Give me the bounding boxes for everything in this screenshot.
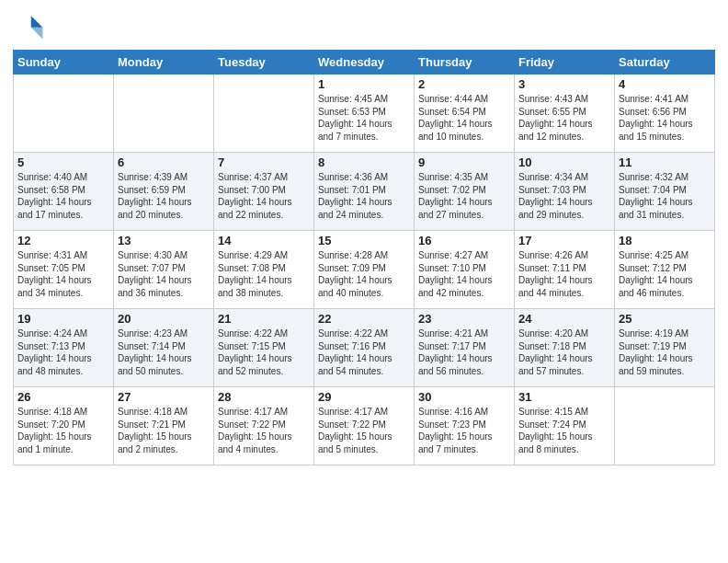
cell-info: Sunrise: 4:37 AM Sunset: 7:00 PM Dayligh…: [218, 171, 310, 221]
day-number: 19: [17, 312, 109, 326]
cell-info: Sunrise: 4:39 AM Sunset: 6:59 PM Dayligh…: [118, 171, 210, 221]
day-number: 13: [118, 234, 210, 247]
cell-info: Sunrise: 4:16 AM Sunset: 7:23 PM Dayligh…: [418, 406, 510, 455]
page: SundayMondayTuesdayWednesdayThursdayFrid…: [0, 0, 728, 563]
calendar-cell: 20Sunrise: 4:23 AM Sunset: 7:14 PM Dayli…: [114, 309, 214, 387]
weekday-header: Tuesday: [214, 51, 314, 75]
calendar-week-row: 1Sunrise: 4:45 AM Sunset: 6:53 PM Daylig…: [14, 75, 715, 153]
day-number: 24: [518, 312, 610, 326]
calendar-cell: 13Sunrise: 4:30 AM Sunset: 7:07 PM Dayli…: [114, 231, 214, 309]
calendar-week-row: 12Sunrise: 4:31 AM Sunset: 7:05 PM Dayli…: [14, 231, 715, 309]
cell-info: Sunrise: 4:32 AM Sunset: 7:04 PM Dayligh…: [619, 171, 711, 221]
day-number: 29: [318, 390, 410, 404]
day-number: 2: [418, 77, 510, 91]
day-number: 27: [118, 390, 210, 404]
weekday-header: Sunday: [14, 51, 114, 75]
cell-info: Sunrise: 4:26 AM Sunset: 7:11 PM Dayligh…: [518, 249, 610, 299]
day-number: 30: [418, 390, 510, 404]
day-number: 17: [518, 234, 610, 247]
calendar-cell: 18Sunrise: 4:25 AM Sunset: 7:12 PM Dayli…: [615, 231, 715, 309]
weekday-header: Saturday: [615, 51, 715, 75]
cell-info: Sunrise: 4:18 AM Sunset: 7:21 PM Dayligh…: [118, 406, 210, 455]
day-number: 3: [518, 77, 610, 91]
calendar-week-row: 19Sunrise: 4:24 AM Sunset: 7:13 PM Dayli…: [14, 309, 715, 387]
cell-info: Sunrise: 4:17 AM Sunset: 7:22 PM Dayligh…: [318, 406, 410, 455]
calendar-cell: 16Sunrise: 4:27 AM Sunset: 7:10 PM Dayli…: [415, 231, 515, 309]
day-number: 15: [318, 234, 410, 247]
calendar-week-row: 26Sunrise: 4:18 AM Sunset: 7:20 PM Dayli…: [14, 387, 715, 465]
day-number: 21: [218, 312, 310, 326]
cell-info: Sunrise: 4:40 AM Sunset: 6:58 PM Dayligh…: [17, 171, 109, 221]
calendar-table: SundayMondayTuesdayWednesdayThursdayFrid…: [13, 50, 715, 465]
day-number: 5: [17, 155, 109, 169]
calendar-cell: [114, 75, 214, 153]
calendar-week-row: 5Sunrise: 4:40 AM Sunset: 6:58 PM Daylig…: [14, 153, 715, 231]
day-number: 16: [418, 234, 510, 247]
day-number: 7: [218, 155, 310, 169]
cell-info: Sunrise: 4:35 AM Sunset: 7:02 PM Dayligh…: [418, 171, 510, 221]
weekday-header: Thursday: [415, 51, 515, 75]
cell-info: Sunrise: 4:23 AM Sunset: 7:14 PM Dayligh…: [118, 327, 210, 377]
day-number: 14: [218, 234, 310, 247]
calendar-cell: 6Sunrise: 4:39 AM Sunset: 6:59 PM Daylig…: [114, 153, 214, 231]
calendar-cell: 3Sunrise: 4:43 AM Sunset: 6:55 PM Daylig…: [515, 75, 615, 153]
cell-info: Sunrise: 4:29 AM Sunset: 7:08 PM Dayligh…: [218, 249, 310, 299]
calendar-cell: 10Sunrise: 4:34 AM Sunset: 7:03 PM Dayli…: [515, 153, 615, 231]
calendar-cell: 15Sunrise: 4:28 AM Sunset: 7:09 PM Dayli…: [314, 231, 415, 309]
calendar-cell: 27Sunrise: 4:18 AM Sunset: 7:21 PM Dayli…: [114, 387, 214, 465]
day-number: 8: [318, 155, 410, 169]
cell-info: Sunrise: 4:31 AM Sunset: 7:05 PM Dayligh…: [17, 249, 109, 299]
calendar-cell: 28Sunrise: 4:17 AM Sunset: 7:22 PM Dayli…: [214, 387, 314, 465]
cell-info: Sunrise: 4:25 AM Sunset: 7:12 PM Dayligh…: [619, 249, 711, 299]
day-number: 31: [518, 390, 610, 404]
calendar-cell: 11Sunrise: 4:32 AM Sunset: 7:04 PM Dayli…: [615, 153, 715, 231]
cell-info: Sunrise: 4:15 AM Sunset: 7:24 PM Dayligh…: [518, 406, 610, 455]
cell-info: Sunrise: 4:28 AM Sunset: 7:09 PM Dayligh…: [318, 249, 410, 299]
calendar-cell: 31Sunrise: 4:15 AM Sunset: 7:24 PM Dayli…: [515, 387, 615, 465]
calendar-cell: 17Sunrise: 4:26 AM Sunset: 7:11 PM Dayli…: [515, 231, 615, 309]
day-number: 1: [318, 77, 410, 91]
calendar-cell: 21Sunrise: 4:22 AM Sunset: 7:15 PM Dayli…: [214, 309, 314, 387]
day-number: 20: [118, 312, 210, 326]
logo: [13, 9, 50, 42]
day-number: 11: [619, 155, 711, 169]
weekday-header: Monday: [114, 51, 214, 75]
calendar-cell: 22Sunrise: 4:22 AM Sunset: 7:16 PM Dayli…: [314, 309, 415, 387]
day-number: 18: [619, 234, 711, 247]
calendar-cell: [14, 75, 114, 153]
calendar-cell: 25Sunrise: 4:19 AM Sunset: 7:19 PM Dayli…: [615, 309, 715, 387]
calendar-cell: 14Sunrise: 4:29 AM Sunset: 7:08 PM Dayli…: [214, 231, 314, 309]
calendar-cell: 5Sunrise: 4:40 AM Sunset: 6:58 PM Daylig…: [14, 153, 114, 231]
svg-marker-1: [31, 28, 43, 40]
cell-info: Sunrise: 4:34 AM Sunset: 7:03 PM Dayligh…: [518, 171, 610, 221]
cell-info: Sunrise: 4:41 AM Sunset: 6:56 PM Dayligh…: [619, 93, 711, 143]
calendar-cell: [615, 387, 715, 465]
weekday-header-row: SundayMondayTuesdayWednesdayThursdayFrid…: [14, 51, 715, 75]
calendar-cell: 29Sunrise: 4:17 AM Sunset: 7:22 PM Dayli…: [314, 387, 415, 465]
weekday-header: Wednesday: [314, 51, 415, 75]
cell-info: Sunrise: 4:36 AM Sunset: 7:01 PM Dayligh…: [318, 171, 410, 221]
calendar-cell: 7Sunrise: 4:37 AM Sunset: 7:00 PM Daylig…: [214, 153, 314, 231]
day-number: 22: [318, 312, 410, 326]
calendar-cell: 9Sunrise: 4:35 AM Sunset: 7:02 PM Daylig…: [415, 153, 515, 231]
cell-info: Sunrise: 4:45 AM Sunset: 6:53 PM Dayligh…: [318, 93, 410, 143]
cell-info: Sunrise: 4:43 AM Sunset: 6:55 PM Dayligh…: [518, 93, 610, 143]
day-number: 23: [418, 312, 510, 326]
day-number: 9: [418, 155, 510, 169]
header: [13, 9, 715, 42]
calendar-cell: 26Sunrise: 4:18 AM Sunset: 7:20 PM Dayli…: [14, 387, 114, 465]
calendar-cell: 8Sunrise: 4:36 AM Sunset: 7:01 PM Daylig…: [314, 153, 415, 231]
calendar-cell: 30Sunrise: 4:16 AM Sunset: 7:23 PM Dayli…: [415, 387, 515, 465]
svg-marker-0: [31, 16, 43, 28]
cell-info: Sunrise: 4:22 AM Sunset: 7:16 PM Dayligh…: [318, 327, 410, 377]
logo-icon: [13, 9, 46, 42]
calendar-cell: 4Sunrise: 4:41 AM Sunset: 6:56 PM Daylig…: [615, 75, 715, 153]
cell-info: Sunrise: 4:20 AM Sunset: 7:18 PM Dayligh…: [518, 327, 610, 377]
cell-info: Sunrise: 4:17 AM Sunset: 7:22 PM Dayligh…: [218, 406, 310, 455]
cell-info: Sunrise: 4:19 AM Sunset: 7:19 PM Dayligh…: [619, 327, 711, 377]
cell-info: Sunrise: 4:30 AM Sunset: 7:07 PM Dayligh…: [118, 249, 210, 299]
cell-info: Sunrise: 4:21 AM Sunset: 7:17 PM Dayligh…: [418, 327, 510, 377]
calendar-cell: 1Sunrise: 4:45 AM Sunset: 6:53 PM Daylig…: [314, 75, 415, 153]
day-number: 4: [619, 77, 711, 91]
calendar-cell: 19Sunrise: 4:24 AM Sunset: 7:13 PM Dayli…: [14, 309, 114, 387]
